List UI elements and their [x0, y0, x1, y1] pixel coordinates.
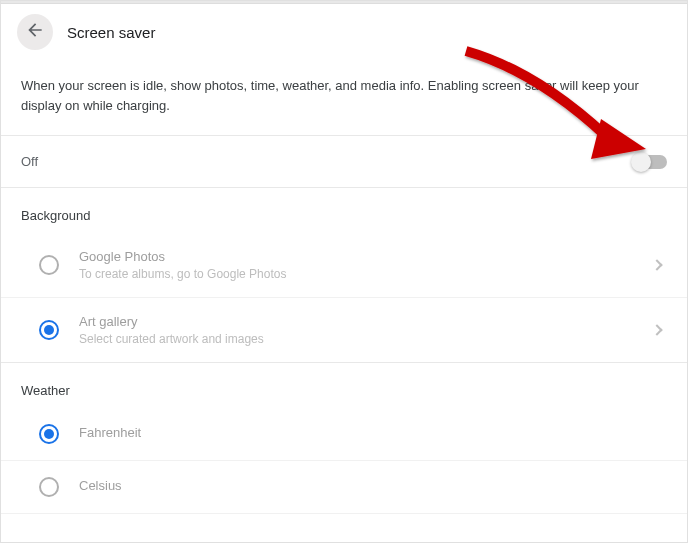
option-subtitle: To create albums, go to Google Photos — [79, 267, 633, 281]
radio-art-gallery[interactable] — [39, 320, 59, 340]
header-bar: Screen saver — [1, 4, 687, 60]
background-option-art-gallery[interactable]: Art gallery Select curated artwork and i… — [1, 298, 687, 363]
chevron-right-icon — [651, 324, 662, 335]
option-text: Celsius — [79, 478, 667, 496]
background-option-google-photos[interactable]: Google Photos To create albums, go to Go… — [1, 233, 687, 298]
option-title: Google Photos — [79, 249, 633, 264]
page-description: When your screen is idle, show photos, t… — [1, 60, 687, 135]
option-title: Celsius — [79, 478, 667, 493]
radio-celsius[interactable] — [39, 477, 59, 497]
option-title: Art gallery — [79, 314, 633, 329]
toggle-switch[interactable] — [633, 155, 667, 169]
weather-option-fahrenheit[interactable]: Fahrenheit — [1, 408, 687, 461]
chevron-right-icon — [651, 259, 662, 270]
option-title: Fahrenheit — [79, 425, 667, 440]
weather-option-celsius[interactable]: Celsius — [1, 461, 687, 514]
option-subtitle: Select curated artwork and images — [79, 332, 633, 346]
option-text: Fahrenheit — [79, 425, 667, 443]
page-title: Screen saver — [67, 24, 155, 41]
toggle-label: Off — [21, 154, 38, 169]
option-text: Google Photos To create albums, go to Go… — [79, 249, 633, 281]
arrow-left-icon — [25, 20, 45, 44]
weather-section-label: Weather — [1, 363, 687, 408]
radio-google-photos[interactable] — [39, 255, 59, 275]
background-section-label: Background — [1, 188, 687, 233]
screen-saver-toggle-row[interactable]: Off — [1, 135, 687, 188]
option-text: Art gallery Select curated artwork and i… — [79, 314, 633, 346]
back-button[interactable] — [17, 14, 53, 50]
radio-fahrenheit[interactable] — [39, 424, 59, 444]
